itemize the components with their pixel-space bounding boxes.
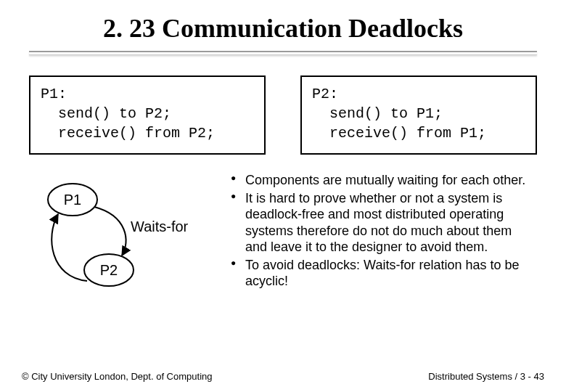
code-box-p2: P2: send() to P1; receive() from P1; (300, 75, 537, 155)
edge-p1-p2 (94, 207, 126, 256)
node-p1-label: P1 (64, 192, 81, 208)
node-p2-label: P2 (100, 262, 118, 278)
lower-row: P1 P2 Waits-for Components are mutually … (29, 172, 537, 303)
edge-label: Waits-for (131, 219, 188, 235)
waits-for-diagram: P1 P2 Waits-for (29, 172, 218, 303)
footer: © City University London, Dept. of Compu… (22, 371, 544, 382)
list-item: To avoid deadlocks: Waits-for relation h… (231, 257, 537, 290)
footer-right: Distributed Systems / 3 - 43 (428, 371, 544, 382)
code-box-row: P1: send() to P2; receive() from P2; P2:… (29, 75, 537, 155)
diagram-svg: P1 P2 (29, 172, 218, 303)
title-divider (29, 51, 537, 55)
slide: 2. 23 Communication Deadlocks P1: send()… (0, 0, 566, 392)
page-title: 2. 23 Communication Deadlocks (29, 13, 537, 44)
code-box-p1: P1: send() to P2; receive() from P2; (29, 75, 266, 155)
bullet-list: Components are mutually waiting for each… (231, 172, 537, 291)
list-item: It is hard to prove whether or not a sys… (231, 190, 537, 256)
footer-left: © City University London, Dept. of Compu… (22, 371, 212, 382)
edge-p2-p1 (52, 214, 87, 281)
list-item: Components are mutually waiting for each… (231, 172, 537, 189)
